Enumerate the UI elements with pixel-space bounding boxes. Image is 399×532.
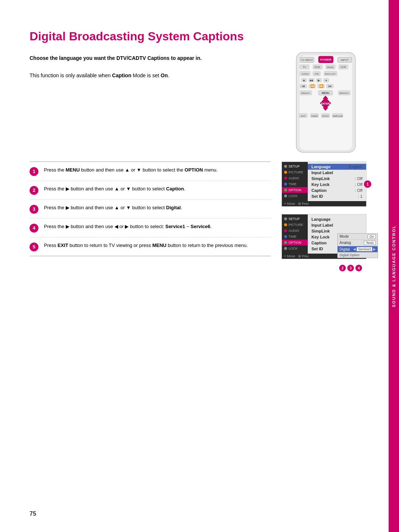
menu-item-lock-2: LOCK: [282, 245, 308, 251]
sub-options-panel: Mode On Analog Text1 Digital: [337, 233, 378, 258]
menu-item-setup-1: SETUP: [282, 163, 308, 169]
left-instructions: Choose the language you want the DTV/CAD…: [30, 54, 270, 154]
svg-text:DVD: DVD: [315, 66, 320, 68]
svg-text:MENU: MENU: [322, 92, 330, 94]
menu-icon-picture-1: [284, 171, 287, 174]
svg-text:EXIT: EXIT: [301, 115, 306, 117]
sub-option-digital: Digital ◀ Service3 ▶: [338, 246, 378, 253]
menu-panel-2: SETUP PICTURE AUDIO: [282, 214, 366, 259]
step-text-5: Press EXIT button to return to TV viewin…: [44, 242, 270, 250]
menu-icon-lock-2: [284, 247, 287, 250]
menu-panel-1-inner: SETUP PICTURE AUDIO: [282, 162, 366, 201]
caption-bold1: Caption: [112, 72, 131, 78]
menu-row-keylock-2: Key Lock Mode On Analog Text1: [311, 234, 365, 240]
step-text-2: Press the ▶ button and then use ▲ or ▼ b…: [44, 185, 270, 193]
caption-note: This function is only available when Cap…: [30, 71, 270, 79]
menu-icon-setup-2: [284, 217, 287, 220]
menu-row-inputlabel-1: Input Label: [311, 170, 362, 176]
panel-badge-2: 2: [339, 265, 346, 271]
menu-icon-lock-1: [284, 194, 287, 197]
sub-option-analog: Analog Text1: [338, 240, 378, 246]
menu-item-audio-1: AUDIO: [282, 175, 308, 181]
menu-right-col-1: Language : English Input Label SimpLink …: [308, 162, 366, 201]
sub-option-digital-option: Digital Option: [338, 253, 378, 258]
menu-icon-setup-1: [284, 165, 287, 168]
menu-icon-time-2: [284, 235, 287, 238]
menu-item-time-2: TIME: [282, 234, 308, 240]
step-number-1: 1: [30, 167, 38, 176]
remote-control-image: TV INPUT POWER INPUT TV DVD MODE: [293, 51, 359, 154]
page-container: Digital Broadcasting System Captions Cho…: [0, 0, 399, 532]
menu-item-setup-2: SETUP: [282, 216, 308, 222]
remote-image-area: TV INPUT POWER INPUT TV DVD MODE: [285, 54, 366, 154]
menu-row-caption-1: Caption : Off: [311, 187, 362, 193]
svg-text:POWER: POWER: [320, 58, 331, 61]
svg-text:▶: ▶: [318, 79, 320, 82]
menu-item-lock-1: LOCK: [282, 193, 308, 199]
menu-item-time-1: TIME: [282, 181, 308, 187]
menu-item-option-1: OPTION: [282, 187, 308, 193]
step-number-4: 4: [30, 224, 38, 233]
svg-text:ENTER: ENTER: [321, 102, 330, 105]
remote-container: TV INPUT POWER INPUT TV DVD MODE: [285, 51, 366, 154]
menu-left-col-2: SETUP PICTURE AUDIO: [282, 214, 308, 254]
svg-text:⏩: ⏩: [319, 84, 324, 88]
step-2: 2 Press the ▶ button and then use ▲ or ▼…: [30, 181, 270, 200]
svg-text:⏮: ⏮: [302, 84, 305, 88]
menu-icon-option-2: [284, 241, 287, 244]
svg-text:⏭: ⏭: [328, 84, 332, 88]
menu-badge-1: 1: [364, 180, 371, 188]
svg-text:■■: ■■: [310, 79, 313, 82]
subtitle: Choose the language you want the DTV/CAD…: [30, 54, 270, 62]
step-5: 5 Press EXIT button to return to TV view…: [30, 237, 270, 256]
steps-section: 1 Press the MENU button and then use ▲ o…: [30, 162, 366, 271]
page-title: Digital Broadcasting System Captions: [30, 30, 366, 43]
svg-text:BRIGHT-: BRIGHT-: [301, 92, 310, 94]
menu-row-language-2: Language: [311, 216, 365, 222]
main-content: Digital Broadcasting System Captions Cho…: [0, 0, 389, 532]
caption-note-part2: Mode is set: [131, 72, 160, 78]
page-number: 75: [30, 511, 36, 517]
step-text-1: Press the MENU button and then use ▲ or …: [44, 166, 270, 174]
top-section: Choose the language you want the DTV/CAD…: [30, 54, 366, 154]
menu-row-simplink-1: SimpLink : Off: [311, 176, 362, 182]
steps-left: 1 Press the MENU button and then use ▲ o…: [30, 162, 270, 271]
menu-icon-audio-2: [284, 229, 287, 232]
step-4: 4 Press the ▶ button and then use ◀ or ▶…: [30, 218, 270, 237]
svg-text:MODE: MODE: [327, 66, 334, 68]
menu-row-keylock-1: Key Lock : Off: [311, 182, 362, 187]
menu-panel-1: SETUP PICTURE AUDIO: [282, 162, 366, 207]
menu-item-audio-2: AUDIO: [282, 228, 308, 234]
step-number-5: 5: [30, 243, 38, 251]
menu-item-picture-2: PICTURE: [282, 222, 308, 228]
svg-text:TV INPUT: TV INPUT: [301, 59, 313, 61]
menu-row-setid-1: Set ID : 1: [311, 193, 362, 199]
svg-text:●: ●: [325, 79, 327, 82]
svg-text:■: ■: [303, 79, 305, 82]
svg-text:SIMPLINK: SIMPLINK: [332, 115, 343, 117]
menu-item-option-2: OPTION: [282, 240, 308, 245]
step-text-3: Press the ▶ button and then use ▲ or ▼ b…: [44, 204, 270, 212]
menu-panel-2-inner: SETUP PICTURE AUDIO: [282, 214, 366, 254]
svg-text:VCR: VCR: [341, 66, 346, 68]
svg-text:INPUT: INPUT: [341, 59, 349, 61]
sub-option-mode: Mode On: [338, 234, 378, 240]
svg-text:STB: STB: [314, 73, 319, 75]
menu-right-col-2: Language Input Label SimpLink Key Lock: [308, 214, 366, 254]
panel-badge-4: 4: [355, 265, 362, 271]
panel-badges-row: 2 3 4: [282, 265, 366, 271]
caption-note-part3: .: [168, 72, 169, 78]
menu-left-col-1: SETUP PICTURE AUDIO: [282, 162, 308, 201]
caption-bold2: On: [161, 72, 168, 78]
menu-row-inputlabel-2: Input Label: [311, 222, 365, 228]
menu-icon-picture-2: [284, 223, 287, 226]
step-1: 1 Press the MENU button and then use ▲ o…: [30, 162, 270, 181]
svg-text:TIMER: TIMER: [311, 115, 318, 117]
svg-text:BRIGHT+: BRIGHT+: [340, 92, 349, 94]
svg-text:RICH LIST: RICH LIST: [325, 73, 335, 75]
step-number-2: 2: [30, 186, 38, 195]
step-number-3: 3: [30, 205, 38, 214]
menu-icon-option-1: [284, 189, 287, 192]
menu-icon-audio-1: [284, 177, 287, 180]
menu-row-language-1: Language : English: [308, 164, 366, 170]
